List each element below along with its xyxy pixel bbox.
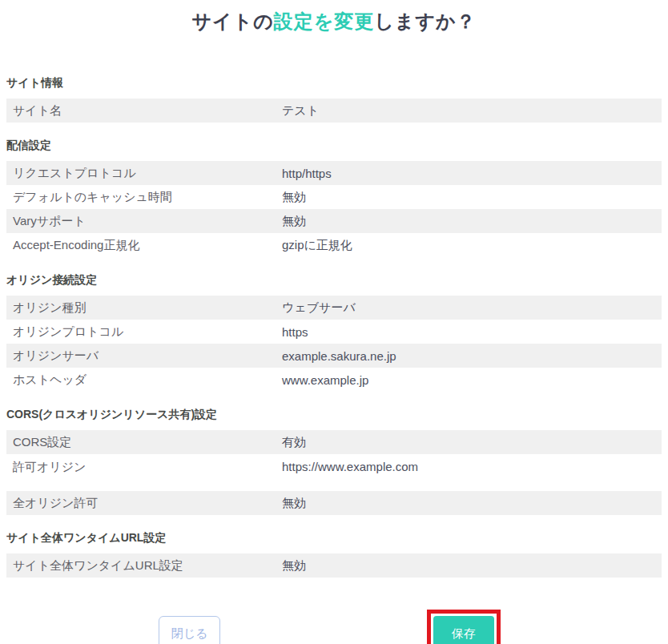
table-row: ホストヘッダ www.example.jp bbox=[6, 368, 662, 392]
section-origin-connection: オリジン接続設定 オリジン種別 ウェブサーバ オリジンプロトコル https オ… bbox=[6, 273, 662, 392]
section-heading: オリジン接続設定 bbox=[6, 273, 662, 288]
row-label: デフォルトのキャッシュ時間 bbox=[6, 190, 282, 205]
row-label: リクエストプロトコル bbox=[6, 166, 282, 181]
section-heading: 配信設定 bbox=[6, 139, 662, 153]
save-button[interactable]: 保存 bbox=[433, 616, 494, 644]
table-row: 全オリジン許可 無効 bbox=[6, 491, 662, 515]
row-label: CORS設定 bbox=[6, 435, 282, 450]
title-highlight: 設定を変更 bbox=[274, 10, 375, 32]
page-title: サイトの設定を変更しますか？ bbox=[0, 9, 668, 34]
table-row: リクエストプロトコル http/https bbox=[6, 161, 662, 185]
row-value: 有効 bbox=[282, 435, 306, 450]
table-row: オリジンサーバ example.sakura.ne.jp bbox=[6, 344, 662, 368]
table-row: Accept-Encoding正規化 gzipに正規化 bbox=[6, 233, 662, 257]
row-value: example.sakura.ne.jp bbox=[282, 349, 396, 363]
row-label: サイト全体ワンタイムURL設定 bbox=[6, 558, 282, 574]
table-row: デフォルトのキャッシュ時間 無効 bbox=[6, 185, 662, 209]
settings-confirm-dialog: サイトの設定を変更しますか？ サイト情報 サイト名 テスト 配信設定 リクエスト… bbox=[0, 9, 668, 644]
table-row: Varyサポート 無効 bbox=[6, 209, 662, 233]
row-value: http/https bbox=[282, 167, 332, 180]
table-row: サイト名 テスト bbox=[6, 99, 662, 123]
section-onetime-url: サイト全体ワンタイムURL設定 サイト全体ワンタイムURL設定 無効 bbox=[6, 531, 662, 578]
row-value: 無効 bbox=[282, 496, 306, 511]
table-row: オリジン種別 ウェブサーバ bbox=[6, 296, 662, 320]
table-row: オリジンプロトコル https bbox=[6, 320, 662, 344]
row-label: ホストヘッダ bbox=[6, 372, 282, 388]
table-row: CORS設定 有効 bbox=[6, 430, 662, 454]
table-row: サイト全体ワンタイムURL設定 無効 bbox=[6, 553, 662, 578]
row-value: https bbox=[282, 325, 308, 339]
section-heading: CORS(クロスオリジンリソース共有)設定 bbox=[6, 408, 662, 422]
row-value: テスト bbox=[282, 103, 319, 119]
row-label: 全オリジン許可 bbox=[6, 496, 282, 511]
table-row: 許可オリジン https://www.example.com bbox=[6, 454, 662, 491]
row-label: オリジンプロトコル bbox=[6, 324, 282, 340]
title-prefix: サイトの bbox=[191, 10, 273, 32]
section-heading: サイト情報 bbox=[6, 76, 662, 91]
row-value: 無効 bbox=[282, 214, 306, 229]
row-value: gzipに正規化 bbox=[282, 238, 352, 253]
section-site-info: サイト情報 サイト名 テスト bbox=[6, 76, 662, 123]
row-label: サイト名 bbox=[6, 103, 282, 119]
settings-summary: サイト情報 サイト名 テスト 配信設定 リクエストプロトコル http/http… bbox=[0, 76, 668, 644]
row-value: 無効 bbox=[282, 190, 306, 205]
section-delivery-settings: 配信設定 リクエストプロトコル http/https デフォルトのキャッシュ時間… bbox=[6, 139, 662, 257]
dialog-actions: 閉じる 保存 bbox=[6, 610, 662, 644]
section-cors: CORS(クロスオリジンリソース共有)設定 CORS設定 有効 許可オリジン h… bbox=[6, 408, 662, 515]
row-label: Varyサポート bbox=[6, 214, 282, 229]
row-label: オリジンサーバ bbox=[6, 348, 282, 364]
row-label: 許可オリジン bbox=[6, 454, 282, 475]
close-button[interactable]: 閉じる bbox=[159, 616, 220, 644]
row-value: www.example.jp bbox=[282, 373, 368, 387]
row-label: Accept-Encoding正規化 bbox=[6, 238, 282, 253]
row-label: オリジン種別 bbox=[6, 300, 282, 316]
row-value: https://www.example.com bbox=[282, 454, 418, 473]
annotation-highlight-box: 保存 bbox=[427, 610, 501, 644]
row-value: ウェブサーバ bbox=[282, 300, 356, 316]
row-value: 無効 bbox=[282, 558, 306, 574]
title-suffix: しますか？ bbox=[374, 10, 476, 32]
section-heading: サイト全体ワンタイムURL設定 bbox=[6, 531, 662, 545]
